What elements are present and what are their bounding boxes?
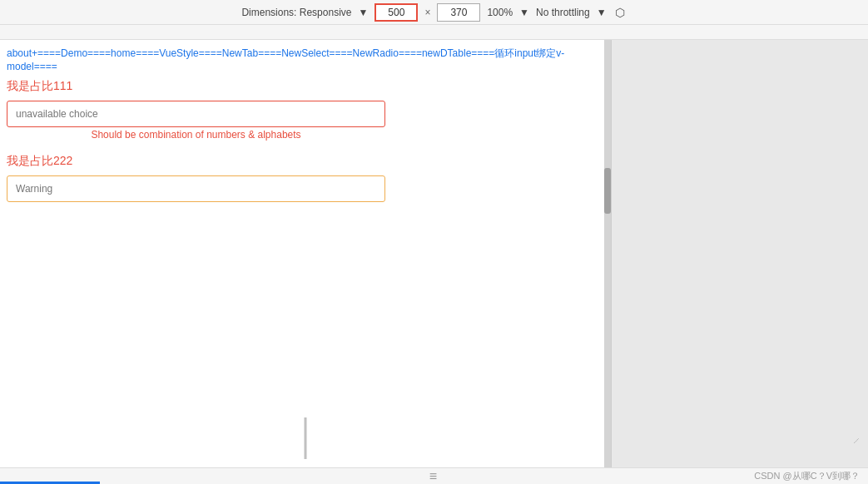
resize-corner-icon[interactable]: ⟋ [851,435,861,447]
section1-input[interactable] [7,101,385,127]
x-separator: × [424,7,430,18]
dimensions-dropdown-icon[interactable]: ▼ [358,7,368,18]
preview-scrollbar-thumb[interactable] [604,168,611,214]
nav-links[interactable]: about+====Demo====home====VueStyle====Ne… [7,47,564,72]
throttle-dropdown-icon[interactable]: ▼ [597,7,607,18]
toolbar: Dimensions: Responsive ▼ × 100% ▼ No thr… [0,0,868,25]
section1-error: Should be combination of numbers & alpha… [7,129,385,141]
zoom-dropdown-icon[interactable]: ▼ [519,7,529,18]
vertical-resize-handle[interactable] [305,417,307,459]
main-area: about+====Demo====home====VueStyle====Ne… [0,40,868,467]
bottom-tab-area: ≡ CSDN @从哪C？V到哪？ [0,467,868,484]
rotate-icon-button[interactable]: ⬡ [613,6,627,19]
throttle-label: No throttling [536,7,590,18]
zoom-label: 100% [487,7,513,18]
section1: 我是占比111 Should be combination of numbers… [0,76,611,147]
section2: 我是占比222 [0,147,611,205]
preview-scrollbar-track[interactable] [604,40,611,467]
section2-label: 我是占比222 [7,154,604,169]
ruler-row [0,25,868,40]
width-input[interactable] [374,3,418,22]
height-input[interactable] [437,3,480,22]
right-panel: ⟋ [612,40,868,467]
dimensions-label: Dimensions: Responsive [241,7,351,18]
csdn-watermark: CSDN @从哪C？V到哪？ [754,470,860,482]
drag-handle[interactable]: ≡ [429,469,439,484]
preview-panel: about+====Demo====home====VueStyle====Ne… [0,40,612,467]
section2-input[interactable] [7,175,385,202]
section1-label: 我是占比111 [7,79,604,94]
nav-tabs: about+====Demo====home====VueStyle====Ne… [0,40,611,76]
